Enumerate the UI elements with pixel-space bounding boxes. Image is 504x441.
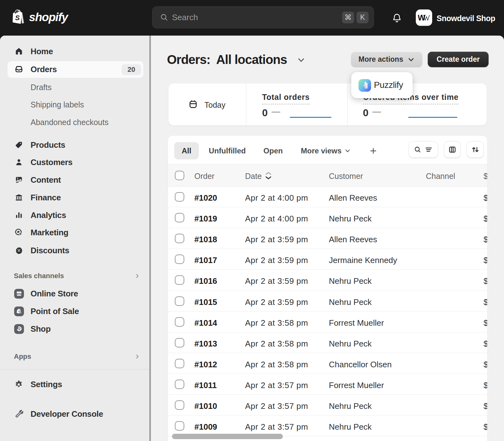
svg-text:S: S	[18, 310, 20, 313]
svg-text:S: S	[15, 14, 20, 22]
